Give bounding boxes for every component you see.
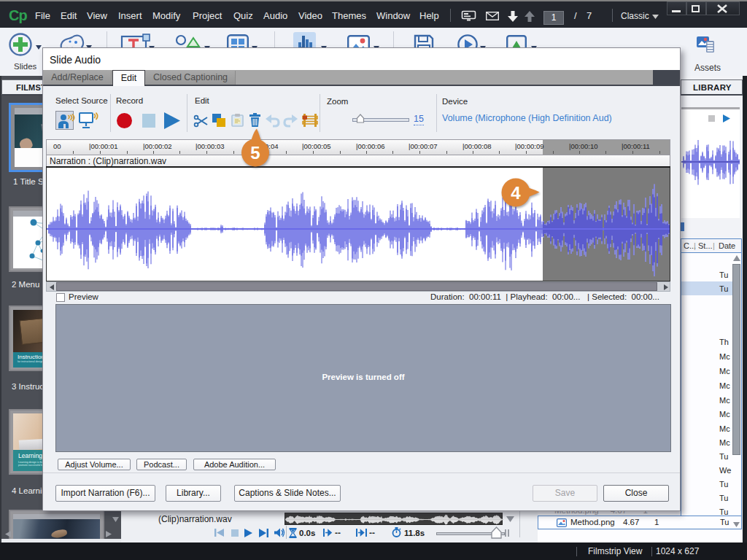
svg-text:5: 5 xyxy=(250,143,260,163)
svg-text:4: 4 xyxy=(511,183,521,203)
